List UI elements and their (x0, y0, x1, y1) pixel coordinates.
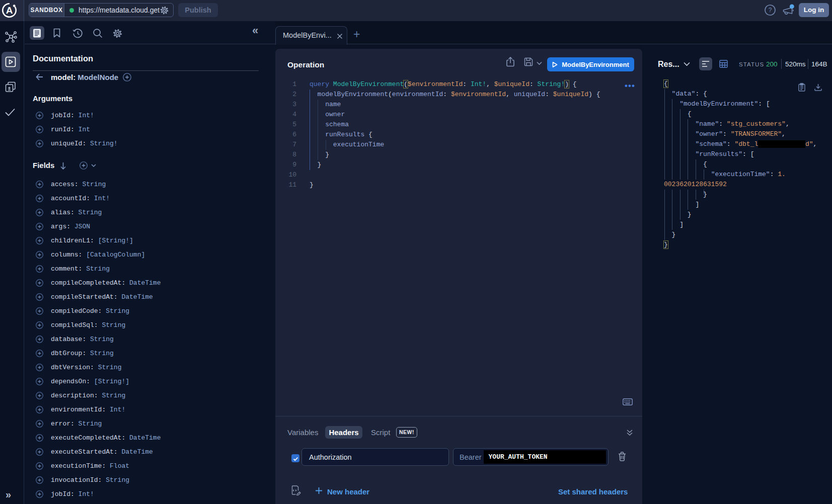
svg-text:?: ? (769, 7, 772, 14)
svg-text:A: A (6, 5, 13, 16)
